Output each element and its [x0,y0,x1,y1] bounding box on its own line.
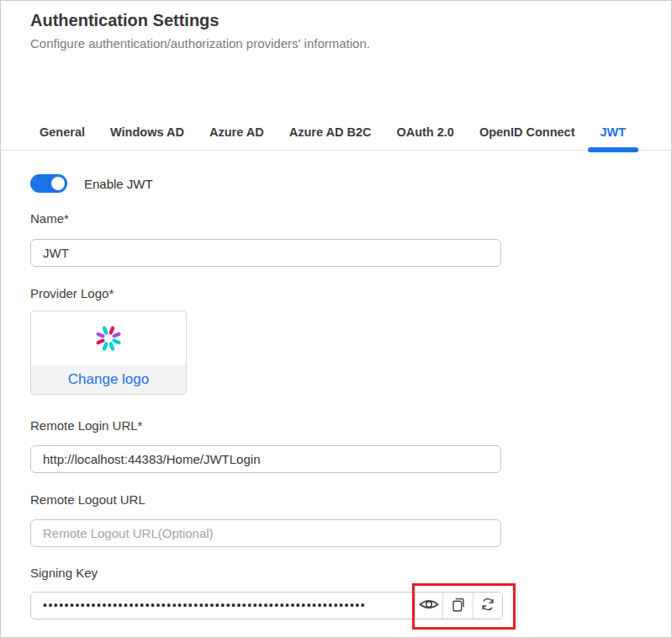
regenerate-icon [479,595,497,617]
page-title: Authentication Settings [30,11,219,30]
provider-logo-box[interactable]: Change logo [30,311,187,395]
copy-icon [449,595,468,617]
provider-logo-preview [31,311,186,365]
tab-general[interactable]: General [27,114,98,150]
enable-jwt-label: Enable JWT [84,177,153,191]
tab-azure-ad-b2c[interactable]: Azure AD B2C [277,114,384,150]
toggle-knob [51,177,65,190]
signing-key-masked-value[interactable]: ••••••••••••••••••••••••••••••••••••••••… [31,593,415,619]
remote-logout-url-input[interactable] [30,519,501,547]
jwt-provider-logo-icon [92,322,125,355]
remote-login-url-label: Remote Login URL* [30,418,142,433]
tab-azure-ad[interactable]: Azure AD [197,114,277,150]
enable-jwt-row: Enable JWT [30,174,153,193]
name-input[interactable] [30,239,501,267]
tab-openid-connect[interactable]: OpenID Connect [467,114,588,150]
authentication-settings-page: { "colors": { "accent": "#1a73e8", "anno… [0,0,672,638]
regenerate-signing-key-button[interactable] [473,593,502,619]
provider-logo-label: Provider Logo* [30,286,114,300]
view-signing-key-button[interactable] [415,593,442,619]
name-label: Name* [30,211,69,226]
remote-logout-url-label: Remote Logout URL [30,492,146,507]
provider-tabbar: General Windows AD Azure AD Azure AD B2C… [1,114,671,151]
signing-key-label: Signing Key [30,566,98,580]
tab-windows-ad[interactable]: Windows AD [98,114,197,150]
signing-key-input[interactable]: ••••••••••••••••••••••••••••••••••••••••… [30,592,503,619]
view-icon [419,594,439,618]
page-subtitle: Configure authentication/authorization p… [30,36,370,51]
change-logo-button[interactable]: Change logo [31,365,186,394]
tab-jwt[interactable]: JWT [588,114,639,150]
remote-login-url-input[interactable] [30,445,501,473]
tab-oauth-20[interactable]: OAuth 2.0 [384,114,466,150]
enable-jwt-toggle[interactable] [30,174,67,193]
copy-signing-key-button[interactable] [442,593,473,619]
